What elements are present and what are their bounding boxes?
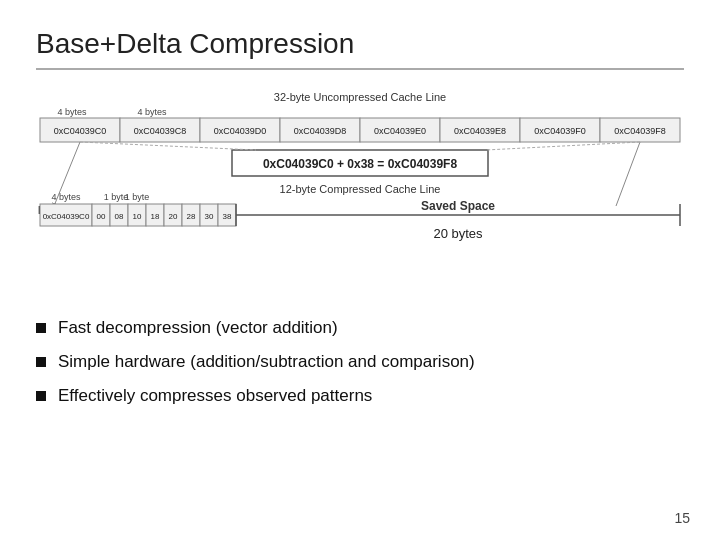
svg-text:4 bytes: 4 bytes	[57, 107, 87, 117]
bullet-item-3: Effectively compresses observed patterns	[36, 386, 684, 406]
svg-text:0xC04039C0 + 0x38 = 0xC04039F8: 0xC04039C0 + 0x38 = 0xC04039F8	[263, 157, 457, 171]
svg-text:Saved Space: Saved Space	[421, 199, 495, 213]
svg-text:08: 08	[115, 212, 124, 221]
svg-line-51	[80, 142, 256, 150]
svg-text:0xC04039E8: 0xC04039E8	[454, 126, 506, 136]
bullet-list: Fast decompression (vector addition) Sim…	[36, 318, 684, 406]
svg-text:20: 20	[169, 212, 178, 221]
svg-line-52	[486, 142, 640, 150]
bullet-text-3: Effectively compresses observed patterns	[58, 386, 372, 406]
bullet-item-1: Fast decompression (vector addition)	[36, 318, 684, 338]
svg-text:18: 18	[151, 212, 160, 221]
diagram-svg: 32-byte Uncompressed Cache Line 4 bytes …	[36, 88, 684, 298]
svg-text:0xC04039C0: 0xC04039C0	[54, 126, 107, 136]
slide: Base+Delta Compression 32-byte Uncompres…	[0, 0, 720, 540]
svg-text:1 byte: 1 byte	[125, 192, 150, 202]
bullet-text-2: Simple hardware (addition/subtraction an…	[58, 352, 475, 372]
svg-text:12-byte Compressed Cache Line: 12-byte Compressed Cache Line	[280, 183, 441, 195]
svg-text:0xC04039C0: 0xC04039C0	[43, 212, 90, 221]
svg-text:4 bytes: 4 bytes	[137, 107, 167, 117]
svg-text:28: 28	[187, 212, 196, 221]
svg-text:32-byte Uncompressed Cache Lin: 32-byte Uncompressed Cache Line	[274, 91, 446, 103]
diagram-area: 32-byte Uncompressed Cache Line 4 bytes …	[36, 88, 684, 298]
svg-text:0xC04039D0: 0xC04039D0	[214, 126, 267, 136]
bullet-square-1	[36, 323, 46, 333]
svg-text:38: 38	[223, 212, 232, 221]
svg-text:0xC04039D8: 0xC04039D8	[294, 126, 347, 136]
page-number: 15	[674, 510, 690, 526]
svg-text:0xC04039F8: 0xC04039F8	[614, 126, 666, 136]
bullet-square-2	[36, 357, 46, 367]
svg-text:0xC04039F0: 0xC04039F0	[534, 126, 586, 136]
svg-text:0xC04039C8: 0xC04039C8	[134, 126, 187, 136]
svg-text:0xC04039E0: 0xC04039E0	[374, 126, 426, 136]
svg-text:4 bytes: 4 bytes	[51, 192, 81, 202]
bullet-item-2: Simple hardware (addition/subtraction an…	[36, 352, 684, 372]
svg-text:10: 10	[133, 212, 142, 221]
slide-title: Base+Delta Compression	[36, 28, 684, 70]
svg-line-23	[616, 142, 640, 206]
svg-text:20 bytes: 20 bytes	[433, 226, 483, 241]
svg-text:30: 30	[205, 212, 214, 221]
svg-text:00: 00	[97, 212, 106, 221]
bullet-text-1: Fast decompression (vector addition)	[58, 318, 338, 338]
bullet-square-3	[36, 391, 46, 401]
